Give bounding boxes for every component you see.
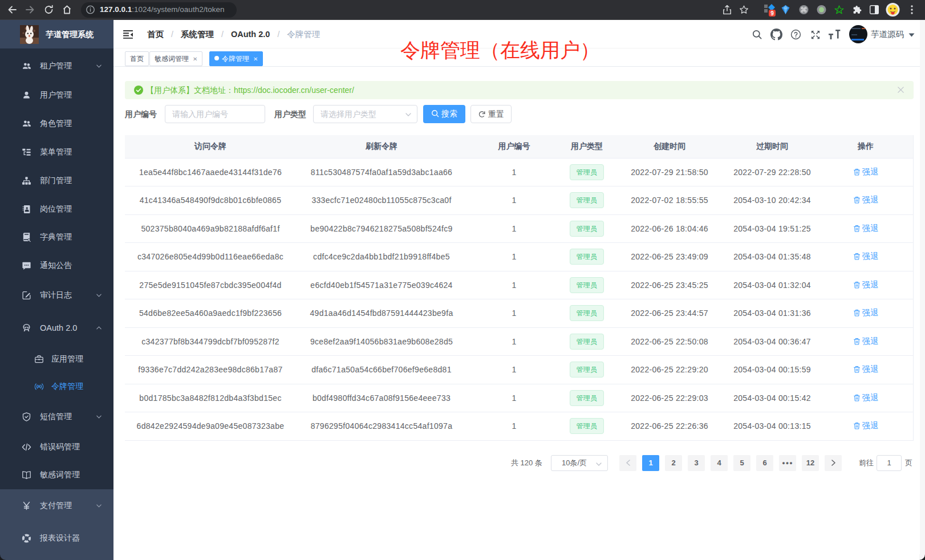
svg-text:9: 9 <box>770 10 774 17</box>
svg-text:A: A <box>38 384 40 388</box>
